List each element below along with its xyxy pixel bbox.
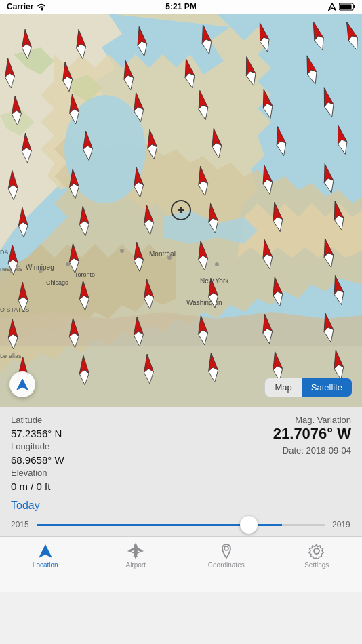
latitude-label: Latitude: [11, 415, 64, 426]
longitude-value: 68.9658° W: [11, 454, 64, 467]
svg-point-4: [64, 95, 146, 203]
map-type-control: Map Satellite: [264, 378, 353, 397]
svg-rect-2: [340, 5, 352, 9]
elevation-value: 0 m / 0 ft: [11, 480, 64, 494]
mag-var-value: 21.7076° W: [273, 425, 351, 443]
svg-text:alias: alias: [9, 353, 22, 359]
airport-tab-icon: [127, 542, 144, 560]
airport-tab-label: Airport: [126, 561, 146, 569]
svg-text:Le: Le: [0, 353, 7, 359]
status-bar: Carrier 5:21 PM: [0, 0, 362, 14]
year-slider[interactable]: [37, 524, 325, 526]
location-icon: [37, 543, 54, 559]
carrier-label: Carrier: [7, 2, 33, 12]
today-button[interactable]: Today: [11, 500, 40, 512]
svg-text:neapolis: neapolis: [0, 266, 23, 273]
pin-icon: [218, 543, 235, 559]
location-tab-label: Location: [33, 561, 58, 569]
tab-coordinates[interactable]: Coordinates: [181, 542, 272, 569]
svg-point-5: [66, 262, 70, 266]
map-type-map-button[interactable]: Map: [265, 378, 301, 397]
wifi-icon: [36, 3, 47, 11]
map-area[interactable]: Winnipeg Chicago Toronto Montréal New Yo…: [0, 14, 362, 407]
tab-location[interactable]: Location: [0, 542, 91, 569]
svg-text:Montréal: Montréal: [149, 250, 176, 258]
svg-text:O STATES: O STATES: [0, 306, 29, 313]
coordinates-tab-icon: [218, 542, 235, 560]
info-panel: Latitude 57.2356° N Longitude 68.9658° W…: [0, 407, 362, 516]
settings-tab-icon: [308, 542, 325, 560]
svg-point-143: [224, 546, 228, 550]
svg-text:Winnipeg: Winnipeg: [26, 264, 54, 271]
airplane-icon: [127, 542, 144, 560]
elevation-label: Elevation: [11, 468, 64, 479]
map-type-satellite-button[interactable]: Satellite: [302, 378, 352, 397]
svg-text:New York: New York: [200, 277, 229, 285]
svg-text:DA: DA: [0, 249, 9, 256]
svg-point-6: [120, 249, 124, 253]
mag-var-label: Mag. Variation: [273, 415, 351, 425]
navigate-icon: [16, 378, 29, 391]
latitude-value: 57.2356° N: [11, 427, 64, 441]
status-right: [328, 3, 355, 11]
locate-me-button[interactable]: [9, 371, 35, 397]
svg-text:Washington: Washington: [186, 299, 222, 306]
battery-icon: [339, 3, 355, 11]
info-main-row: Latitude 57.2356° N Longitude 68.9658° W…: [11, 415, 351, 493]
settings-tab-label: Settings: [304, 561, 329, 569]
slider-min-label: 2015: [11, 520, 30, 529]
tab-settings[interactable]: Settings: [272, 542, 363, 569]
location-tab-icon: [37, 542, 54, 560]
mag-var-date: Date: 2018-09-04: [273, 445, 351, 456]
longitude-label: Longitude: [11, 441, 64, 452]
coordinate-info: Latitude 57.2356° N Longitude 68.9658° W…: [11, 415, 64, 493]
status-time: 5:21 PM: [165, 2, 196, 12]
tab-bar: Location Airport Coordinates Set: [0, 536, 362, 592]
status-left: Carrier: [7, 2, 47, 12]
svg-text:Chicago: Chicago: [46, 279, 68, 286]
mag-variation-info: Mag. Variation 21.7076° W Date: 2018-09-…: [273, 415, 351, 456]
gear-icon: [308, 543, 325, 559]
svg-text:Toronto: Toronto: [75, 271, 95, 278]
year-slider-row: 2015 2019: [0, 516, 362, 536]
svg-point-8: [215, 262, 219, 266]
location-status-icon: [328, 3, 336, 11]
coordinates-tab-label: Coordinates: [208, 561, 245, 569]
tab-airport[interactable]: Airport: [91, 542, 182, 569]
map-crosshair: [171, 200, 191, 220]
svg-rect-1: [353, 5, 355, 8]
slider-max-label: 2019: [332, 520, 351, 529]
